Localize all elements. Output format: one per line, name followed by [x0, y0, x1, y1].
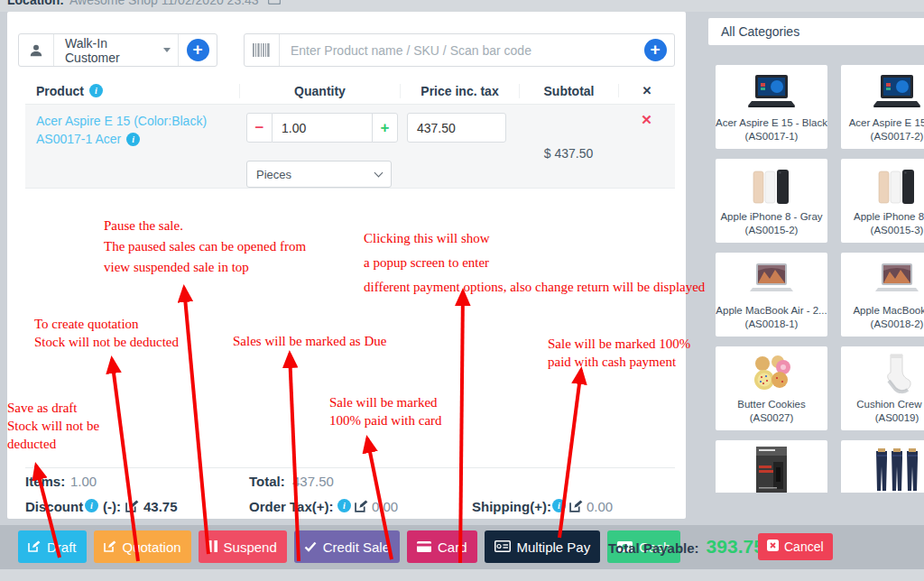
- multiple-pay-button[interactable]: Multiple Pay: [485, 530, 601, 563]
- cart-item-name[interactable]: Acer Aspire E 15 (Color:Black): [36, 112, 230, 130]
- card-button[interactable]: Card: [407, 530, 477, 563]
- product-sku: (AS0015-3): [841, 224, 924, 237]
- total-label: Total:: [249, 474, 285, 489]
- customer-select-box: Walk-In Customer: [18, 33, 217, 67]
- total-payable-label: Total Payable:: [608, 540, 699, 556]
- macbook-image: [841, 257, 924, 304]
- info-icon[interactable]: [337, 499, 351, 512]
- info-icon[interactable]: [89, 84, 103, 97]
- unit-selected-value: Pieces: [256, 168, 291, 181]
- calendar-icon: [268, 0, 281, 7]
- quotation-button[interactable]: Quotation: [94, 530, 191, 563]
- product-card[interactable]: Acer Aspire E 15 - Black (AS0017-1): [716, 65, 827, 149]
- iphone-image: [716, 163, 827, 210]
- footer-strip: [0, 569, 924, 581]
- top-location-bar: Location: Awesome Shop 11/02/2020 23:43: [0, 0, 924, 12]
- person-icon: [19, 43, 53, 58]
- product-browser-sidebar: All Categories Acer Aspire E 15 - Black …: [701, 12, 924, 493]
- product-name: Apple MacBook Air - 2...: [716, 304, 827, 318]
- column-product: Product: [36, 84, 84, 98]
- order-tax-label: Order Tax(+):: [249, 499, 334, 514]
- product-card[interactable]: Acer Aspire E 15 - W (AS0017-2): [841, 65, 924, 149]
- money-check-icon: [494, 540, 511, 555]
- edit-icon: [28, 540, 41, 555]
- product-card[interactable]: Apple MacBook Air (AS0018-2): [841, 253, 924, 337]
- acer-laptop-image: [716, 69, 827, 116]
- quantity-increment-button[interactable]: +: [372, 113, 398, 143]
- location-value: Awesome Shop 11/02/2020 23:43: [69, 0, 259, 7]
- total-value: 437.50: [292, 474, 334, 489]
- book-cover-image: [716, 445, 827, 493]
- remove-line-button[interactable]: ✕: [641, 112, 652, 128]
- product-sku: (AS0017-2): [841, 130, 924, 143]
- discount-value: 43.75: [143, 499, 178, 514]
- info-icon[interactable]: [85, 499, 98, 512]
- shipping-value: 0.00: [587, 499, 613, 514]
- cancel-x-icon: [767, 540, 779, 554]
- edit-icon[interactable]: [355, 499, 368, 516]
- product-card[interactable]: Cushion Crew So (AS0019): [841, 346, 924, 430]
- product-search-box: [244, 33, 675, 67]
- credit-sale-button[interactable]: Credit Sale: [294, 530, 400, 563]
- product-name: Apple iPhone 8 - Gray: [716, 210, 827, 224]
- order-tax-value: 0.00: [372, 499, 398, 514]
- suspend-button[interactable]: Suspend: [199, 530, 287, 563]
- customer-dropdown[interactable]: Walk-In Customer: [54, 36, 178, 65]
- product-sku: (AS0027): [716, 411, 827, 425]
- totals-divider: [25, 467, 675, 468]
- product-name: Acer Aspire E 15 - W: [841, 116, 924, 130]
- acer-laptop-image: [841, 69, 924, 116]
- product-sku: (AS0019): [841, 411, 924, 425]
- add-customer-button[interactable]: [187, 39, 209, 61]
- edit-icon[interactable]: [569, 499, 583, 516]
- info-icon[interactable]: [552, 499, 566, 512]
- barcode-icon: [245, 43, 279, 57]
- items-label: Items:: [25, 474, 65, 489]
- product-name: Acer Aspire E 15 - Black: [716, 116, 827, 130]
- product-card[interactable]: [841, 440, 924, 493]
- product-card[interactable]: Apple MacBook Air - 2... (AS0018-1): [716, 253, 827, 337]
- cart-table: Product Quantity Price inc. tax Subtotal…: [25, 78, 675, 189]
- iphone-image: [841, 163, 924, 210]
- jeans-image: [841, 445, 924, 493]
- line-subtotal: $ 437.50: [519, 105, 618, 188]
- product-name: Apple iPhone 8 - B: [841, 210, 924, 224]
- pos-main-panel: Walk-In Customer Product Quantity Price …: [7, 12, 686, 519]
- product-name: Butter Cookies: [716, 398, 827, 411]
- cart-row: Acer Aspire E 15 (Color:Black) AS0017-1 …: [25, 105, 675, 189]
- product-card[interactable]: Apple iPhone 8 - B (AS0015-3): [841, 159, 924, 243]
- product-card[interactable]: Apple iPhone 8 - Gray (AS0015-2): [716, 159, 827, 243]
- add-product-button[interactable]: [644, 39, 667, 61]
- product-card[interactable]: [716, 440, 827, 493]
- pause-icon: [208, 540, 217, 555]
- draft-button[interactable]: Draft: [18, 530, 87, 563]
- product-name: Cushion Crew So: [841, 398, 924, 411]
- location-label: Location:: [7, 0, 64, 7]
- discount-label: Discount: [25, 499, 83, 514]
- check-icon: [304, 540, 317, 555]
- caret-down-icon: [163, 48, 171, 52]
- column-quantity: Quantity: [239, 84, 400, 98]
- discount-sign: (-):: [103, 499, 121, 514]
- quantity-decrement-button[interactable]: −: [246, 113, 273, 143]
- column-remove: ✕: [618, 84, 675, 97]
- info-icon[interactable]: [126, 133, 140, 146]
- total-payable-value: 393.75: [707, 536, 764, 558]
- customer-selected-value: Walk-In Customer: [65, 36, 163, 65]
- product-search-input[interactable]: [280, 43, 636, 58]
- macbook-image: [716, 257, 827, 304]
- cancel-button[interactable]: Cancel: [758, 533, 833, 560]
- product-sku: (AS0017-1): [716, 130, 827, 143]
- category-filter[interactable]: All Categories: [708, 18, 924, 45]
- cart-item-sku[interactable]: AS0017-1 Acer: [36, 130, 230, 148]
- edit-icon[interactable]: [125, 499, 139, 516]
- unit-select[interactable]: Pieces: [246, 161, 392, 188]
- product-card[interactable]: Butter Cookies (AS0027): [716, 346, 827, 430]
- unit-price-input[interactable]: [407, 113, 506, 143]
- quantity-input[interactable]: [273, 113, 373, 143]
- cookies-image: [716, 351, 827, 398]
- credit-card-icon: [417, 540, 431, 555]
- column-subtotal: Subtotal: [519, 84, 618, 98]
- shipping-label: Shipping(+):: [472, 499, 551, 514]
- product-sku: (AS0018-1): [716, 318, 827, 331]
